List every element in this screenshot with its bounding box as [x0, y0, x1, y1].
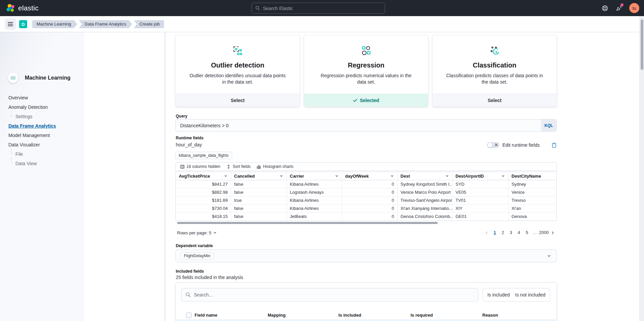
- outlier-detection-icon: [176, 44, 300, 57]
- breadcrumb-data-frame-analytics[interactable]: Data Frame Analytics: [79, 20, 132, 28]
- cell: true: [231, 196, 287, 204]
- filter-is-not-included-button[interactable]: Is not included: [513, 292, 548, 297]
- fields-column-is-included[interactable]: Is included: [338, 313, 361, 318]
- column-header-destairportid[interactable]: DestAirportID: [452, 172, 508, 180]
- card-description: Outlier detection identifies unusual dat…: [176, 73, 300, 85]
- help-button[interactable]: [601, 4, 608, 12]
- cell: SYD: [452, 180, 508, 188]
- header-actions: tu: [601, 0, 639, 16]
- card-description: Classification predicts classes of data …: [433, 73, 556, 85]
- column-header-dayofweek[interactable]: dayOfWeek: [342, 172, 397, 180]
- cell: $841.27: [176, 180, 231, 188]
- job-type-card-regression[interactable]: Regression Regression predicts numerical…: [304, 35, 428, 107]
- rows-per-page-button[interactable]: Rows per page: 5: [175, 230, 217, 235]
- cell: false: [231, 204, 287, 213]
- horizontal-scrollbar-thumb[interactable]: [177, 222, 438, 224]
- page-button-4[interactable]: 4: [515, 229, 523, 237]
- fields-table-row-partial: [176, 319, 556, 321]
- page-button-5[interactable]: 5: [523, 229, 531, 237]
- vertical-scrollbar-thumb[interactable]: [641, 19, 643, 70]
- chevron-down-icon: [390, 174, 394, 178]
- cell: Sydney: [508, 180, 556, 188]
- top-header: elastic: [0, 0, 644, 16]
- breadcrumb-machine-learning[interactable]: Machine Learning: [32, 20, 77, 28]
- table-row: $730.04 false Kibana Airlines 0 Xi'an Xi…: [176, 204, 556, 213]
- histogram-charts-button[interactable]: Histogram charts: [254, 163, 297, 171]
- sidebar-item-settings[interactable]: Settings: [0, 112, 83, 121]
- brand-text: elastic: [18, 4, 39, 12]
- search-icon: [185, 292, 191, 297]
- sort-fields-button[interactable]: Sort fields: [223, 163, 254, 171]
- sidebar: Machine Learning Overview Anomaly Detect…: [0, 32, 84, 321]
- clipboard-icon: [551, 142, 557, 148]
- elastic-logo[interactable]: elastic: [6, 0, 39, 16]
- column-header-dest[interactable]: Dest: [397, 172, 452, 180]
- create-job-wizard: Outlier detection Outlier detection iden…: [175, 32, 557, 321]
- columns-hidden-button[interactable]: 18 columns hidden: [177, 163, 223, 171]
- select-all-checkbox[interactable]: [186, 313, 192, 318]
- filter-is-included-button[interactable]: Is included: [485, 292, 513, 297]
- page-button-2[interactable]: 2: [499, 229, 507, 237]
- select-classification-button[interactable]: Select: [433, 94, 556, 106]
- cell: Venice Marco Polo Airport: [397, 188, 452, 196]
- chevron-down-icon: [224, 174, 228, 178]
- card-title: Regression: [304, 61, 428, 69]
- global-search[interactable]: [252, 3, 385, 14]
- runtime-field-name: hour_of_day: [176, 142, 202, 147]
- cell: 0: [342, 180, 397, 188]
- edit-runtime-fields-toggle[interactable]: [487, 142, 499, 148]
- nav-menu-button[interactable]: [5, 18, 16, 30]
- sidebar-item-model-management[interactable]: Model Management: [0, 131, 83, 140]
- check-icon: [353, 99, 357, 102]
- query-language-button[interactable]: KQL: [541, 120, 556, 131]
- cell: Kibana Airlines: [287, 204, 342, 213]
- cell: VE05: [452, 188, 508, 196]
- cell: XIY: [452, 204, 508, 213]
- chevron-down-icon: [213, 231, 217, 235]
- page-button-1[interactable]: 1: [491, 229, 499, 237]
- column-header-avgticketprice[interactable]: AvgTicketPrice: [176, 172, 231, 180]
- selected-regression-button[interactable]: Selected: [304, 94, 428, 106]
- sidebar-item-overview[interactable]: Overview: [0, 93, 83, 102]
- cell: $181.69: [176, 196, 231, 204]
- query-input[interactable]: [176, 120, 541, 131]
- app-root: elastic: [0, 0, 644, 321]
- cell: Treviso: [508, 196, 556, 204]
- page-button-2000[interactable]: 2000: [539, 229, 549, 237]
- deployment-badge[interactable]: D: [19, 20, 27, 28]
- content-divider: [165, 32, 165, 321]
- fields-column-reason[interactable]: Reason: [482, 313, 498, 318]
- fields-column-field-name[interactable]: Field name: [195, 313, 217, 318]
- news-button[interactable]: [615, 4, 623, 12]
- job-type-card-classification[interactable]: Classification Classification predicts c…: [432, 35, 557, 107]
- breadcrumb-create-job[interactable]: Create job: [134, 20, 164, 28]
- dependent-variable-select[interactable]: FlightDelayMin: [175, 249, 557, 262]
- job-type-cards: Outlier detection Outlier detection iden…: [175, 35, 557, 107]
- job-type-card-outlier-detection[interactable]: Outlier detection Outlier detection iden…: [175, 35, 300, 107]
- flights-data-grid: AvgTicketPrice Cancelled Carrier dayOfWe…: [175, 172, 557, 221]
- fields-column-is-required[interactable]: Is required: [411, 313, 433, 318]
- cell: 0: [342, 204, 397, 213]
- select-outlier-detection-button[interactable]: Select: [176, 94, 300, 106]
- user-avatar[interactable]: tu: [629, 3, 639, 13]
- column-header-destcityname[interactable]: DestCityName: [508, 172, 556, 180]
- column-header-cancelled[interactable]: Cancelled: [231, 172, 287, 180]
- sidebar-item-data-view[interactable]: Data View: [0, 159, 83, 168]
- card-title: Outlier detection: [176, 61, 300, 69]
- column-header-carrier[interactable]: Carrier: [287, 172, 342, 180]
- copy-button[interactable]: [551, 142, 557, 148]
- fields-table-header: Field name Mapping Is included Is requir…: [176, 312, 556, 319]
- next-page-button[interactable]: ›: [549, 229, 557, 237]
- cell: 0: [342, 213, 397, 221]
- dependent-variable-label: Dependent variable: [176, 243, 213, 248]
- classification-icon: [433, 44, 556, 57]
- fields-search-input[interactable]: [194, 292, 474, 297]
- global-search-input[interactable]: [263, 6, 381, 11]
- fields-column-mapping[interactable]: Mapping: [268, 313, 285, 318]
- previous-page-button[interactable]: ‹: [483, 229, 491, 237]
- notification-dot: [621, 3, 624, 6]
- page-button-3[interactable]: 3: [507, 229, 515, 237]
- included-fields-summary: 25 fields included in the analysis: [176, 275, 243, 280]
- cell: Sydney Kingsford Smith I...: [397, 180, 452, 188]
- sidebar-item-data-frame-analytics[interactable]: Data Frame Analytics: [0, 121, 83, 131]
